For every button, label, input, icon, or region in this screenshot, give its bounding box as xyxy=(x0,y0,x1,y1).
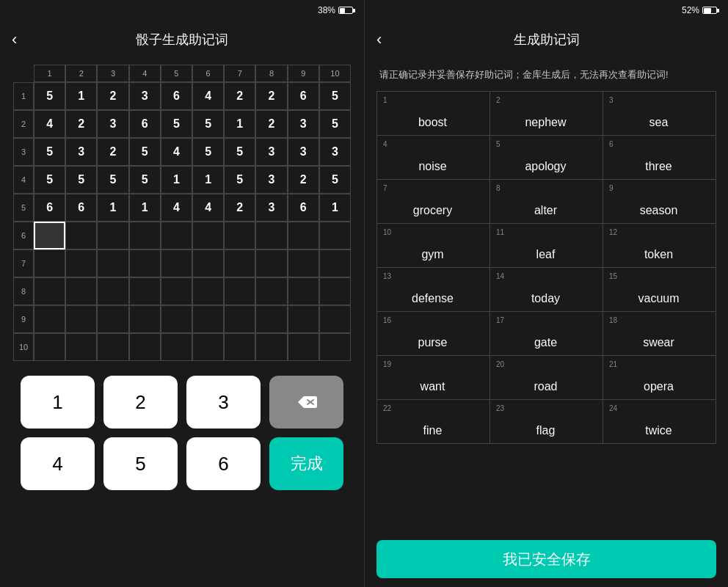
grid-cell-r7-c6[interactable] xyxy=(192,249,224,277)
grid-cell-r4-c3[interactable]: 5 xyxy=(97,166,128,194)
grid-cell-r10-c3[interactable] xyxy=(97,333,128,361)
grid-cell-r6-c3[interactable] xyxy=(97,222,128,249)
grid-cell-r7-c9[interactable] xyxy=(288,249,319,277)
grid-cell-r3-c8[interactable]: 3 xyxy=(255,138,287,166)
grid-cell-r3-c2[interactable]: 3 xyxy=(65,138,97,166)
grid-cell-r4-c1[interactable]: 5 xyxy=(34,166,65,194)
grid-cell-r5-c4[interactable]: 1 xyxy=(129,194,161,222)
grid-cell-r2-c1[interactable]: 4 xyxy=(34,110,65,138)
key-6[interactable]: 6 xyxy=(186,437,261,490)
grid-cell-r5-c3[interactable]: 1 xyxy=(97,194,128,222)
grid-cell-r1-c3[interactable]: 2 xyxy=(97,82,128,110)
grid-cell-r10-c4[interactable] xyxy=(129,333,161,361)
grid-cell-r2-c4[interactable]: 6 xyxy=(129,110,161,138)
grid-cell-r2-c6[interactable]: 5 xyxy=(192,110,224,138)
grid-cell-r8-c1[interactable] xyxy=(34,277,65,305)
grid-cell-r9-c2[interactable] xyxy=(65,305,97,333)
key-5[interactable]: 5 xyxy=(103,437,178,490)
grid-cell-r10-c1[interactable] xyxy=(34,333,65,361)
grid-cell-r8-c5[interactable] xyxy=(161,277,192,305)
key-3[interactable]: 3 xyxy=(186,376,261,429)
grid-cell-r10-c7[interactable] xyxy=(224,333,255,361)
grid-cell-r4-c8[interactable]: 3 xyxy=(255,166,287,194)
grid-cell-r10-c9[interactable] xyxy=(288,333,319,361)
grid-cell-r10-c10[interactable] xyxy=(319,333,351,361)
grid-cell-r5-c9[interactable]: 6 xyxy=(288,194,319,222)
grid-cell-r2-c2[interactable]: 2 xyxy=(65,110,97,138)
grid-cell-r10-c6[interactable] xyxy=(192,333,224,361)
grid-cell-r1-c2[interactable]: 1 xyxy=(65,82,97,110)
grid-cell-r4-c6[interactable]: 1 xyxy=(192,166,224,194)
key-2[interactable]: 2 xyxy=(103,376,178,429)
grid-cell-r6-c2[interactable] xyxy=(65,222,97,249)
grid-cell-r8-c10[interactable] xyxy=(319,277,351,305)
grid-cell-r6-c5[interactable] xyxy=(161,222,192,249)
grid-cell-r7-c8[interactable] xyxy=(255,249,287,277)
grid-cell-r8-c3[interactable] xyxy=(97,277,128,305)
grid-cell-r9-c9[interactable] xyxy=(288,305,319,333)
grid-cell-r2-c10[interactable]: 5 xyxy=(319,110,351,138)
grid-cell-r7-c5[interactable] xyxy=(161,249,192,277)
grid-cell-r6-c4[interactable] xyxy=(129,222,161,249)
grid-cell-r8-c7[interactable] xyxy=(224,277,255,305)
grid-cell-r1-c5[interactable]: 6 xyxy=(161,82,192,110)
key-1[interactable]: 1 xyxy=(21,376,95,429)
grid-cell-r7-c10[interactable] xyxy=(319,249,351,277)
grid-cell-r9-c5[interactable] xyxy=(161,305,192,333)
grid-cell-r10-c8[interactable] xyxy=(255,333,287,361)
grid-cell-r5-c5[interactable]: 4 xyxy=(161,194,192,222)
grid-cell-r2-c3[interactable]: 3 xyxy=(97,110,128,138)
grid-cell-r5-c10[interactable]: 1 xyxy=(319,194,351,222)
grid-cell-r4-c7[interactable]: 5 xyxy=(224,166,255,194)
grid-cell-r3-c10[interactable]: 3 xyxy=(319,138,351,166)
grid-cell-r7-c4[interactable] xyxy=(129,249,161,277)
grid-cell-r6-c1[interactable] xyxy=(34,222,65,249)
grid-cell-r9-c10[interactable] xyxy=(319,305,351,333)
grid-cell-r5-c6[interactable]: 4 xyxy=(192,194,224,222)
grid-cell-r1-c4[interactable]: 3 xyxy=(129,82,161,110)
grid-cell-r2-c7[interactable]: 1 xyxy=(224,110,255,138)
grid-cell-r4-c9[interactable]: 2 xyxy=(288,166,319,194)
grid-cell-r3-c4[interactable]: 5 xyxy=(129,138,161,166)
grid-cell-r9-c8[interactable] xyxy=(255,305,287,333)
grid-cell-r6-c10[interactable] xyxy=(319,222,351,249)
grid-cell-r2-c8[interactable]: 2 xyxy=(255,110,287,138)
grid-cell-r2-c5[interactable]: 5 xyxy=(161,110,192,138)
grid-cell-r6-c8[interactable] xyxy=(255,222,287,249)
grid-cell-r6-c7[interactable] xyxy=(224,222,255,249)
grid-cell-r9-c6[interactable] xyxy=(192,305,224,333)
key-delete[interactable] xyxy=(269,376,343,429)
grid-cell-r8-c8[interactable] xyxy=(255,277,287,305)
grid-cell-r3-c3[interactable]: 2 xyxy=(97,138,128,166)
grid-cell-r5-c7[interactable]: 2 xyxy=(224,194,255,222)
grid-cell-r3-c1[interactable]: 5 xyxy=(34,138,65,166)
grid-cell-r8-c9[interactable] xyxy=(288,277,319,305)
grid-cell-r4-c2[interactable]: 5 xyxy=(65,166,97,194)
grid-cell-r4-c10[interactable]: 5 xyxy=(319,166,351,194)
right-back-button[interactable]: ‹ xyxy=(376,30,382,49)
save-button[interactable]: 我已安全保存 xyxy=(376,540,716,578)
grid-cell-r8-c2[interactable] xyxy=(65,277,97,305)
grid-cell-r5-c2[interactable]: 6 xyxy=(65,194,97,222)
grid-cell-r1-c9[interactable]: 6 xyxy=(288,82,319,110)
grid-cell-r5-c8[interactable]: 3 xyxy=(255,194,287,222)
grid-cell-r3-c9[interactable]: 3 xyxy=(288,138,319,166)
grid-cell-r2-c9[interactable]: 3 xyxy=(288,110,319,138)
grid-cell-r7-c1[interactable] xyxy=(34,249,65,277)
grid-cell-r8-c4[interactable] xyxy=(129,277,161,305)
grid-cell-r1-c10[interactable]: 5 xyxy=(319,82,351,110)
grid-cell-r10-c5[interactable] xyxy=(161,333,192,361)
grid-cell-r9-c7[interactable] xyxy=(224,305,255,333)
grid-cell-r9-c3[interactable] xyxy=(97,305,128,333)
grid-cell-r1-c1[interactable]: 5 xyxy=(34,82,65,110)
grid-cell-r9-c1[interactable] xyxy=(34,305,65,333)
left-back-button[interactable]: ‹ xyxy=(12,30,17,49)
grid-cell-r4-c5[interactable]: 1 xyxy=(161,166,192,194)
grid-cell-r1-c8[interactable]: 2 xyxy=(255,82,287,110)
grid-cell-r1-c6[interactable]: 4 xyxy=(192,82,224,110)
grid-cell-r6-c9[interactable] xyxy=(288,222,319,249)
grid-cell-r7-c2[interactable] xyxy=(65,249,97,277)
grid-cell-r7-c3[interactable] xyxy=(97,249,128,277)
grid-cell-r1-c7[interactable]: 2 xyxy=(224,82,255,110)
key-done[interactable]: 完成 xyxy=(269,437,343,490)
